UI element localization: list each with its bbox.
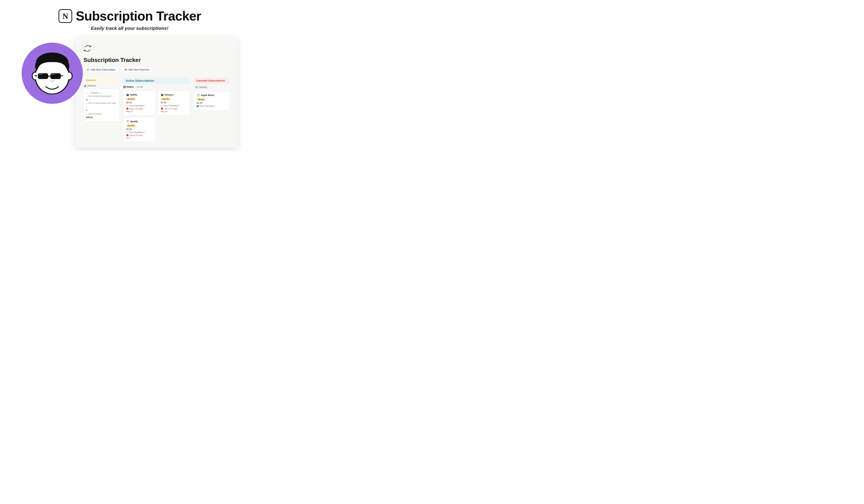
svg-text:N: N xyxy=(62,12,68,21)
add-subscription-label: Add New Subscription xyxy=(91,68,116,71)
disney-card: 🎬 Disney+ Monthly $9.99 Free-Trial Activ… xyxy=(158,91,190,115)
canceled-filter[interactable]: Canceled xyxy=(194,85,208,89)
svg-rect-18 xyxy=(85,85,85,87)
add-payment-label: Add New Payment xyxy=(128,68,149,71)
x-circle-icon xyxy=(195,86,197,88)
canceled-subscriptions-header: Canceled Subscriptions xyxy=(194,78,230,84)
spotify-trial: Free-Trial Active? xyxy=(126,131,153,133)
apple-music-name: 🎵 Apple Music xyxy=(197,94,227,96)
netflix-name: 🎬 Netflix xyxy=(126,93,153,96)
canceled-filter-label: Canceled xyxy=(199,86,207,88)
page-subtitle: Easily track all your subscriptions! xyxy=(0,26,259,31)
subscription-cards-grid: 🎬 Netflix Monthly $9.99 Free-Trial Activ… xyxy=(123,91,190,142)
app-window: Subscription Tracker Add New Subscriptio… xyxy=(75,37,238,147)
stats-header: Statistics xyxy=(84,78,120,83)
svg-rect-23 xyxy=(125,87,125,88)
sync-icon-wrap xyxy=(84,45,230,53)
warning-icon: 🔴 xyxy=(126,107,129,110)
gallery-icon xyxy=(123,86,125,88)
active-subscriptions-header: Active Subscriptions xyxy=(123,78,190,84)
spotify-trial-checkbox[interactable] xyxy=(126,131,128,133)
list-icon xyxy=(136,86,139,88)
spotify-badge: Monthly xyxy=(126,124,136,127)
active-subscriptions-panel: Active Subscriptions Gallery xyxy=(123,78,190,142)
netflix-price: $9.99 xyxy=(126,101,153,104)
apple-music-price: $9.99 xyxy=(197,102,227,104)
credit-card-icon xyxy=(124,69,127,71)
main-layout: Subscription Tracker Add New Subscriptio… xyxy=(0,35,259,147)
add-payment-button[interactable]: Add New Payment xyxy=(121,67,153,73)
stats-line-3: - - ### of Current Active Free Trials - … xyxy=(86,101,117,108)
stats-sub-label: Statistics xyxy=(87,84,96,87)
apple-music-trial: Free-Trial Active? xyxy=(197,105,227,107)
stats-sub-header: Statistics xyxy=(84,84,120,87)
warning-icon-2: 🔴 xyxy=(161,107,163,110)
svg-rect-21 xyxy=(125,86,125,87)
action-buttons-row: Add New Subscription Add New Payment xyxy=(84,67,230,73)
warning-icon-3: 🔴 xyxy=(126,134,129,136)
spotify-date: Jul 7 xyxy=(126,137,153,139)
svg-rect-19 xyxy=(85,85,86,87)
stats-value-1: 3 xyxy=(86,98,117,102)
canceled-subscriptions-panel: Canceled Subscriptions Canceled 🎵 Apple … xyxy=(194,78,230,110)
page-header: N Subscription Tracker Easily track all … xyxy=(0,0,259,35)
avatar xyxy=(22,43,83,104)
spotify-due: 🔴 Due in 67 days xyxy=(126,134,153,136)
tab-list[interactable]: List xyxy=(136,86,143,88)
apple-music-emoji: 🎵 xyxy=(197,94,200,96)
svg-rect-22 xyxy=(123,87,124,88)
stats-value-3: $35.55 xyxy=(86,116,117,119)
disney-due: 🔴 Due in 27 days xyxy=(161,107,187,110)
statistics-panel: Statistics Statistics — — Statistics — —… xyxy=(84,78,120,122)
disney-price: $9.99 xyxy=(161,101,187,104)
svg-point-13 xyxy=(45,85,46,87)
netflix-trial: Free-Trial Active? xyxy=(126,105,153,107)
avatar-face-icon xyxy=(27,48,77,98)
apple-music-card: 🎵 Apple Music Weekly $9.99 Free-Trial Ac… xyxy=(194,91,230,110)
columns-row: Statistics Statistics — — Statistics — —… xyxy=(84,78,230,142)
page-title: Subscription Tracker xyxy=(76,9,201,23)
spotify-card: 🎵 Spotify Monthly $5.00 Free-Trial Activ… xyxy=(123,117,156,142)
svg-rect-17 xyxy=(84,86,85,87)
stats-icon xyxy=(84,85,86,87)
netflix-emoji: 🎬 xyxy=(126,93,129,96)
stats-line-1: — — Statistics — — xyxy=(86,91,117,95)
stats-box: — — Statistics — — - - ### of Active Sub… xyxy=(84,89,120,122)
apple-music-badge: Weekly xyxy=(197,98,206,101)
svg-rect-15 xyxy=(125,69,127,70)
refresh-icon xyxy=(87,69,89,71)
disney-trial-checkbox[interactable] xyxy=(161,105,163,107)
spotify-price: $5.00 xyxy=(126,128,153,131)
netflix-date: May 27 xyxy=(126,110,153,112)
svg-rect-9 xyxy=(50,73,61,79)
netflix-badge: Monthly xyxy=(126,98,136,100)
sync-icon xyxy=(84,45,92,52)
view-tabs: Gallery List xyxy=(123,86,190,88)
spotify-emoji: 🎵 xyxy=(126,120,129,123)
svg-rect-8 xyxy=(38,73,48,79)
disney-trial: Free-Trial Active? xyxy=(161,105,187,107)
apple-music-trial-checkbox[interactable] xyxy=(197,105,199,107)
add-subscription-button[interactable]: Add New Subscription xyxy=(84,67,119,73)
netflix-card: 🎬 Netflix Monthly $9.99 Free-Trial Activ… xyxy=(123,91,156,115)
stats-line-2: - - ### of Active Subscriptions - - xyxy=(86,95,117,98)
spotify-name: 🎵 Spotify xyxy=(126,120,153,123)
tab-gallery[interactable]: Gallery xyxy=(123,86,134,88)
disney-date: May 28 xyxy=(161,110,187,112)
netflix-due: 🔴 Due in 26 days xyxy=(126,107,153,110)
svg-point-14 xyxy=(58,85,60,87)
netflix-trial-checkbox[interactable] xyxy=(126,105,128,107)
app-title: Subscription Tracker xyxy=(84,57,230,63)
svg-rect-20 xyxy=(123,86,124,87)
notion-logo-icon: N xyxy=(58,9,73,23)
stats-value-2: 1 xyxy=(86,108,117,112)
stats-line-4: - - Total Cost Paid - - xyxy=(86,112,117,116)
disney-emoji: 🎬 xyxy=(161,93,164,96)
disney-name: 🎬 Disney+ xyxy=(161,93,187,96)
disney-badge: Monthly xyxy=(161,98,170,100)
